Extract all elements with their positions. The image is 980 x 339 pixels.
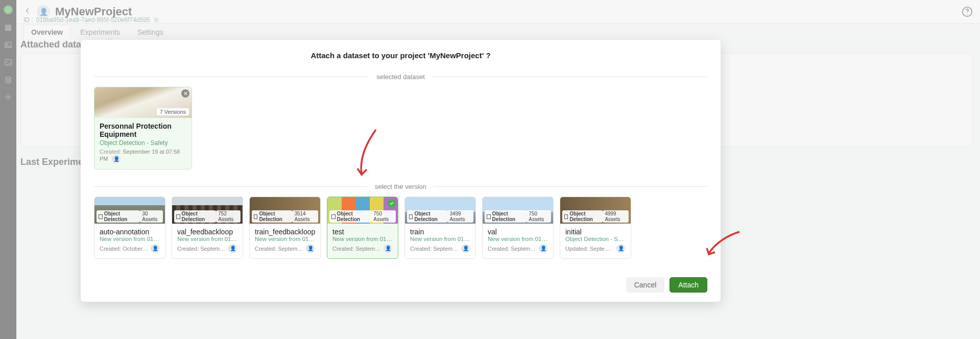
selected-dataset-label: selected dataset xyxy=(376,73,425,81)
assets-badge: 750 Assets xyxy=(371,210,396,223)
version-badge-strip: Object Detection4999 Assets xyxy=(560,209,631,224)
version-card-val[interactable]: Object Detection750 AssetsvalNew version… xyxy=(482,197,554,259)
version-thumbnail: Object Detection3514 Assets xyxy=(250,197,320,224)
version-subtitle: New version from 018aaf... xyxy=(177,236,237,242)
version-name: initial xyxy=(565,228,626,236)
author-avatar: 👤 xyxy=(616,244,626,253)
dataset-name: Personnal Protection Equipment xyxy=(100,122,186,138)
task-badge: Object Detection xyxy=(329,210,371,223)
bbox-icon xyxy=(487,214,491,219)
assets-badge: 3514 Assets xyxy=(292,210,318,223)
bbox-icon xyxy=(99,214,103,219)
assets-badge: 3499 Assets xyxy=(447,210,473,223)
assets-badge: 752 Assets xyxy=(216,210,241,223)
task-badge: Object Detection xyxy=(485,210,527,223)
version-card-auto-annotation[interactable]: Object Detection30 Assetsauto-annotation… xyxy=(94,197,165,259)
version-list: Object Detection30 Assetsauto-annotation… xyxy=(94,197,707,259)
version-created: Created: October 19 at 0…👤 xyxy=(100,244,160,253)
version-subtitle: New version from 018aaf... xyxy=(255,236,315,242)
assets-badge: 750 Assets xyxy=(527,210,551,223)
version-card-train[interactable]: Object Detection3499 AssetstrainNew vers… xyxy=(404,197,476,259)
version-card-train_feedbackloop[interactable]: Object Detection3514 Assetstrain_feedbac… xyxy=(249,197,321,259)
task-badge: Object Detection xyxy=(562,210,603,223)
version-thumbnail: Object Detection4999 Assets xyxy=(560,197,631,224)
version-subtitle: New version from 018aae... xyxy=(488,236,548,242)
version-subtitle: Object Detection - Safety xyxy=(565,236,626,242)
version-created: Created: September 19 a…👤 xyxy=(332,244,393,253)
bbox-icon xyxy=(254,214,257,219)
author-avatar: 👤 xyxy=(228,244,237,253)
selected-check-icon xyxy=(388,199,396,207)
version-thumbnail: Object Detection750 Assets xyxy=(327,197,398,224)
dataset-subtitle: Object Detection - Safety xyxy=(100,139,186,147)
dataset-created: Created: September 19 at 07:58 PM 👤 xyxy=(100,149,186,164)
dataset-thumbnail: ✕ 7 Versions xyxy=(94,87,192,118)
attach-dataset-modal: Attach a dataset to your project 'MyNewP… xyxy=(81,40,721,302)
version-name: train_feedbackloop xyxy=(255,228,315,236)
version-card-val_feedbackloop[interactable]: Object Detection752 Assetsval_feedbacklo… xyxy=(172,197,243,259)
author-avatar: 👤 xyxy=(112,155,121,164)
author-avatar: 👤 xyxy=(306,244,315,253)
task-badge: Object Detection xyxy=(97,210,140,223)
author-avatar: 👤 xyxy=(151,244,160,253)
select-version-label: select the version xyxy=(375,183,426,190)
author-avatar: 👤 xyxy=(539,244,548,253)
assets-badge: 30 Assets xyxy=(140,210,163,223)
version-created: Created: September 19 a…👤 xyxy=(410,244,470,253)
version-badge-strip: Object Detection3499 Assets xyxy=(405,209,475,224)
version-badge-strip: Object Detection750 Assets xyxy=(327,209,398,224)
version-created: Created: September 21 a…👤 xyxy=(255,244,315,253)
version-name: val xyxy=(488,228,548,236)
version-badge-strip: Object Detection750 Assets xyxy=(483,209,553,224)
version-name: val_feedbackloop xyxy=(177,228,237,236)
version-subtitle: New version from 018aae... xyxy=(410,236,470,242)
version-badge-strip: Object Detection3514 Assets xyxy=(250,209,320,224)
selected-dataset-card[interactable]: ✕ 7 Versions Personnal Protection Equipm… xyxy=(94,87,192,170)
version-thumbnail: Object Detection30 Assets xyxy=(94,197,165,224)
bbox-icon xyxy=(564,214,568,219)
task-badge: Object Detection xyxy=(174,210,216,223)
version-card-initial[interactable]: Object Detection4999 AssetsinitialObject… xyxy=(560,197,631,259)
version-thumbnail: Object Detection3499 Assets xyxy=(405,197,475,224)
version-badge-strip: Object Detection752 Assets xyxy=(172,209,243,224)
version-created: Updated: September 19 …👤 xyxy=(565,244,626,253)
author-avatar: 👤 xyxy=(384,244,393,253)
bbox-icon xyxy=(331,214,336,219)
modal-footer: Cancel Attach xyxy=(94,277,707,293)
version-subtitle: New version from 018aae... xyxy=(332,236,393,242)
versions-badge: 7 Versions xyxy=(156,108,189,116)
version-created: Created: September 21 a…👤 xyxy=(177,244,237,253)
modal-title: Attach a dataset to your project 'MyNewP… xyxy=(94,51,707,60)
version-thumbnail: Object Detection750 Assets xyxy=(483,197,553,224)
assets-badge: 4999 Assets xyxy=(603,210,629,223)
version-name: test xyxy=(332,228,393,236)
cancel-button[interactable]: Cancel xyxy=(626,277,665,293)
version-created: Created: September 19 a…👤 xyxy=(488,244,548,253)
attach-button[interactable]: Attach xyxy=(670,277,707,293)
selected-dataset-divider: selected dataset xyxy=(94,73,707,81)
version-badge-strip: Object Detection30 Assets xyxy=(94,209,165,224)
select-version-divider: select the version xyxy=(94,183,707,190)
remove-dataset-icon[interactable]: ✕ xyxy=(181,89,189,98)
bbox-icon xyxy=(409,214,413,219)
task-badge: Object Detection xyxy=(407,210,447,223)
version-card-test[interactable]: Object Detection750 AssetstestNew versio… xyxy=(327,197,398,259)
task-badge: Object Detection xyxy=(252,210,292,223)
version-thumbnail: Object Detection752 Assets xyxy=(172,197,243,224)
version-name: train xyxy=(410,228,470,236)
bbox-icon xyxy=(176,214,180,219)
version-name: auto-annotation xyxy=(100,228,160,236)
version-subtitle: New version from 018ab7... xyxy=(100,236,160,242)
author-avatar: 👤 xyxy=(461,244,470,253)
